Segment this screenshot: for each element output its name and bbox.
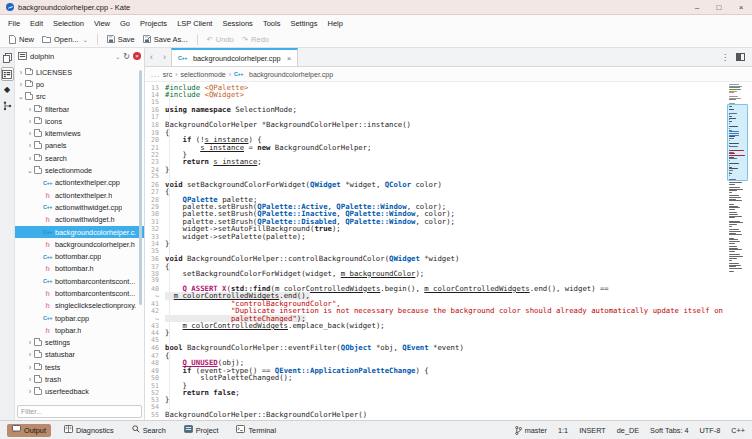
- tree-item[interactable]: C++topbar.cpp: [15, 312, 144, 324]
- tree-expander-icon[interactable]: ⌄: [26, 167, 34, 175]
- toolview-button-search[interactable]: Search: [127, 424, 171, 437]
- code-view[interactable]: 13#include <QPalette>14#include <QWidget…: [145, 82, 752, 420]
- open-dropdown-icon[interactable]: ⌄: [83, 36, 88, 43]
- tree-item[interactable]: hsingleclickselectionproxy...: [15, 300, 144, 312]
- toolview-button-output[interactable]: Output: [7, 424, 51, 437]
- menu-tools[interactable]: Tools: [258, 17, 286, 30]
- tab-mode-status[interactable]: Soft Tabs: 4: [650, 426, 688, 435]
- save-as-button[interactable]: Save As...: [139, 33, 192, 46]
- tree-expander-icon[interactable]: ›: [26, 118, 34, 125]
- new-button[interactable]: New: [5, 33, 38, 46]
- projects-panel-button[interactable]: [1, 67, 14, 81]
- tree-item[interactable]: C++bottombarcontentscont...: [15, 275, 144, 287]
- tree-item[interactable]: ›panels: [15, 140, 144, 152]
- tree-item[interactable]: ›icons: [15, 115, 144, 127]
- tree-expander-icon[interactable]: ›: [26, 376, 34, 383]
- tree-expander-icon[interactable]: ›: [26, 142, 34, 149]
- tree-item[interactable]: hactiontexthelper.h: [15, 189, 144, 201]
- dictionary-status[interactable]: de_DE: [617, 426, 639, 435]
- split-view-icon[interactable]: [736, 53, 745, 61]
- tree-expander-icon[interactable]: ›: [26, 106, 34, 113]
- tree-item[interactable]: ›po: [15, 78, 144, 90]
- menu-file[interactable]: File: [3, 17, 25, 30]
- input-mode-status[interactable]: INSERT: [579, 426, 606, 435]
- tree-item[interactable]: C++actionwithwidget.cpp: [15, 201, 144, 213]
- undo-button[interactable]: ↶ Undo: [203, 33, 238, 46]
- git-icon: ◆: [4, 86, 10, 94]
- menu-help[interactable]: Help: [323, 17, 348, 30]
- history-back-button[interactable]: ‹: [145, 48, 158, 66]
- tree-expander-icon[interactable]: ›: [26, 364, 34, 371]
- project-dropdown-icon[interactable]: ⌄: [115, 53, 120, 60]
- tree-item[interactable]: C++actiontexthelper.cpp: [15, 177, 144, 189]
- tree-item[interactable]: ›LICENSES: [15, 66, 144, 78]
- menu-view[interactable]: View: [89, 17, 115, 30]
- maximize-button[interactable]: □: [708, 0, 730, 15]
- tree-item[interactable]: hbackgroundcolorhelper.h: [15, 238, 144, 250]
- tree-expander-icon[interactable]: ›: [26, 339, 34, 346]
- menu-settings[interactable]: Settings: [285, 17, 322, 30]
- tree-item-label: actiontexthelper.h: [55, 191, 112, 200]
- menu-lsp-client[interactable]: LSP Client: [172, 17, 217, 30]
- minimap-scrollbar[interactable]: [729, 84, 746, 273]
- menu-projects[interactable]: Projects: [135, 17, 172, 30]
- tree-item[interactable]: hbottombarcontentscont...: [15, 287, 144, 299]
- menu-edit[interactable]: Edit: [25, 17, 48, 30]
- syntax-mode-status[interactable]: C++: [731, 426, 745, 435]
- project-selector[interactable]: dolphin: [30, 52, 54, 61]
- tree-item[interactable]: ›trash: [15, 373, 144, 385]
- breadcrumb-file[interactable]: backgroundcolorhelper.cpp: [249, 71, 333, 78]
- close-project-icon[interactable]: ×: [133, 52, 141, 60]
- breadcrumb-overflow[interactable]: ...: [151, 71, 160, 78]
- minimap-line: [729, 197, 741, 198]
- redo-button[interactable]: ↷ Redo: [238, 33, 273, 46]
- tree-item[interactable]: hactionwithwidget.h: [15, 214, 144, 226]
- breadcrumb-item[interactable]: src: [163, 71, 172, 78]
- history-forward-button[interactable]: ›: [158, 48, 171, 66]
- close-button[interactable]: ×: [730, 0, 752, 15]
- minimize-button[interactable]: –: [686, 0, 708, 15]
- documents-panel-button[interactable]: [1, 51, 14, 65]
- tree-item[interactable]: ⌄selectionmode: [15, 164, 144, 176]
- tree-scrollbar[interactable]: [139, 70, 142, 305]
- tree-item[interactable]: ›tests: [15, 361, 144, 373]
- breadcrumb-item[interactable]: selectionmode: [181, 71, 226, 78]
- tree-expander-icon[interactable]: ›: [26, 388, 34, 395]
- tree-expander-icon[interactable]: ›: [26, 130, 34, 137]
- reload-project-icon[interactable]: ↻: [123, 52, 130, 61]
- tree-expander-icon[interactable]: ›: [17, 81, 25, 88]
- menu-sessions[interactable]: Sessions: [217, 17, 257, 30]
- tab-close-icon[interactable]: ×: [287, 54, 292, 63]
- cursor-position-status[interactable]: 1:1: [558, 426, 568, 435]
- toolview-button-terminal[interactable]: Terminal: [231, 424, 281, 437]
- more-options-icon[interactable]: ⋮: [721, 53, 729, 62]
- open-button[interactable]: Open... ⌄: [38, 33, 92, 46]
- tree-item[interactable]: ›statusbar: [15, 349, 144, 361]
- tree-item[interactable]: hbottombar.h: [15, 263, 144, 275]
- tree-item[interactable]: ›kitemviews: [15, 127, 144, 139]
- tree-item[interactable]: C++backgroundcolorhelper.c...: [15, 226, 144, 238]
- tree-item[interactable]: ›search: [15, 152, 144, 164]
- tree-item[interactable]: ›settings: [15, 337, 144, 349]
- tree-item[interactable]: htopbar.h: [15, 324, 144, 336]
- tree-item[interactable]: C++bottombar.cpp: [15, 250, 144, 262]
- menu-selection[interactable]: Selection: [48, 17, 89, 30]
- toolview-button-project[interactable]: Project: [179, 424, 224, 437]
- tree-expander-icon[interactable]: ›: [26, 351, 34, 358]
- symbols-panel-button[interactable]: [1, 99, 14, 113]
- git-panel-button[interactable]: ◆: [1, 83, 14, 97]
- tree-expander-icon[interactable]: ⌄: [17, 93, 25, 101]
- tree-expander-icon[interactable]: ›: [26, 155, 34, 162]
- toolview-button-diagnostics[interactable]: Diagnostics: [59, 424, 119, 437]
- tree-item[interactable]: ›userfeedback: [15, 386, 144, 398]
- menu-go[interactable]: Go: [115, 17, 135, 30]
- tree-item[interactable]: ⌄src: [15, 91, 144, 103]
- tree-expander-icon[interactable]: ›: [17, 69, 25, 76]
- save-button[interactable]: Save: [103, 33, 139, 46]
- git-branch-status[interactable]: master: [515, 426, 547, 435]
- filter-input[interactable]: [17, 405, 142, 418]
- minimap-viewport[interactable]: [727, 104, 748, 181]
- tree-item[interactable]: ›filterbar: [15, 103, 144, 115]
- document-tab[interactable]: C++ backgroundcolorhelper.cpp ×: [171, 48, 298, 66]
- encoding-status[interactable]: UTF-8: [700, 426, 721, 435]
